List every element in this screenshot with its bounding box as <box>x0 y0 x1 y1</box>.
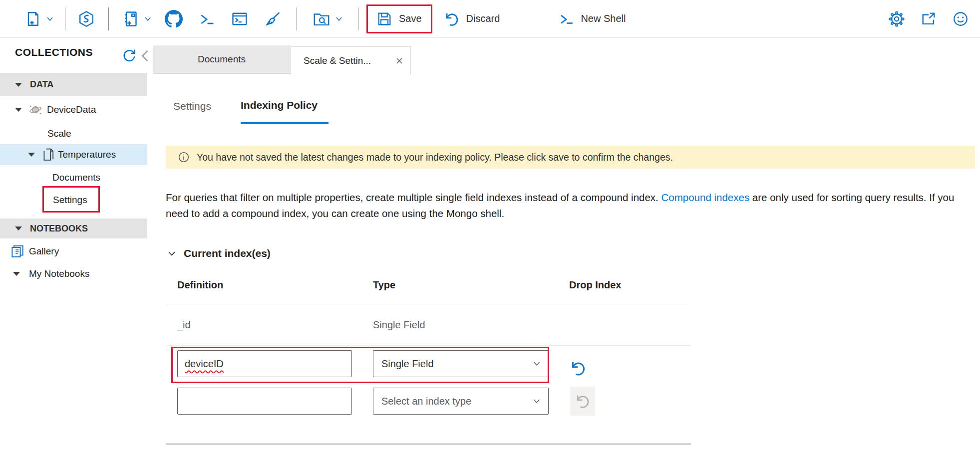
discard-label: Discard <box>466 13 500 24</box>
section-label: DATA <box>30 79 53 90</box>
table-header-row: Definition Type Drop Index <box>166 273 691 304</box>
new-notebook-icon <box>122 10 140 28</box>
compound-indexes-link[interactable]: Compound indexes <box>661 192 750 203</box>
save-annotation-box: Save <box>366 4 432 33</box>
revert-index-button-disabled <box>570 387 595 416</box>
new-notebook-button[interactable] <box>122 10 152 28</box>
new-index-type-dropdown[interactable]: Select an index type <box>373 388 549 415</box>
definition-input[interactable]: deviceID <box>177 350 352 377</box>
terminal-prompt-icon <box>558 10 575 27</box>
sidebar-item-my-notebooks[interactable]: My Notebooks <box>0 264 147 284</box>
sidebar: COLLECTIONS DATA DeviceData Scale <box>0 38 153 451</box>
toolbar-right-group <box>888 0 969 38</box>
synapse-hexagon-icon <box>77 10 95 28</box>
current-indexes-header[interactable]: Current index(es) <box>167 247 271 259</box>
collection-label: Temperatures <box>58 149 116 160</box>
collapse-sidebar-icon[interactable] <box>140 49 151 62</box>
refresh-icon[interactable] <box>122 47 137 62</box>
toolbar-separator <box>65 7 65 30</box>
table-row-editor-1: deviceID Single Field <box>166 346 691 382</box>
save-label: Save <box>399 13 422 24</box>
new-collection-button[interactable] <box>24 10 54 28</box>
col-definition: Definition <box>166 279 368 291</box>
indexes-table: Definition Type Drop Index _id Single Fi… <box>166 273 691 445</box>
chevron-expanded-icon <box>28 153 35 157</box>
open-terminal-button[interactable] <box>198 10 216 28</box>
toolbar-separator <box>358 7 358 30</box>
close-tab-icon[interactable] <box>395 57 403 65</box>
revert-index-button[interactable] <box>569 359 691 377</box>
pivot-tab-indexing-policy[interactable]: Indexing Policy <box>241 99 318 111</box>
table-row-editor-2: Select an index type <box>166 382 691 421</box>
index-definition: _id <box>166 319 368 331</box>
dropdown-placeholder: Select an index type <box>381 396 471 407</box>
github-button[interactable] <box>165 10 183 28</box>
col-drop-index: Drop Index <box>564 279 691 291</box>
undo-arrow-icon <box>443 10 460 27</box>
broom-icon <box>264 10 282 28</box>
sidebar-section-notebooks[interactable]: NOTEBOOKS <box>0 219 147 238</box>
definition-input-value: deviceID <box>185 358 224 370</box>
new-definition-input[interactable] <box>177 388 352 415</box>
my-notebooks-label: My Notebooks <box>29 268 89 279</box>
chevron-expanded-icon <box>15 226 22 230</box>
sidebar-item-devicedata[interactable]: DeviceData <box>0 99 147 120</box>
sidebar-item-documents[interactable]: Documents <box>0 168 147 187</box>
open-full-screen-icon[interactable] <box>920 10 937 27</box>
index-type-dropdown[interactable]: Single Field <box>373 350 549 377</box>
unsaved-changes-banner: You have not saved the latest changes ma… <box>166 146 975 169</box>
chevron-down-icon <box>46 15 54 23</box>
feedback-smiley-icon[interactable] <box>952 10 969 27</box>
description-text: For queries that filter on multiple prop… <box>166 192 661 203</box>
section-label: NOTEBOOKS <box>30 224 88 234</box>
sidebar-item-temperatures[interactable]: Temperatures <box>0 144 147 165</box>
tab-label: Documents <box>198 54 246 65</box>
shell-window-icon <box>231 10 249 28</box>
toolbar: Save Discard New Shell <box>0 0 980 38</box>
tab-documents[interactable]: Documents <box>153 45 290 74</box>
chevron-expanded-icon <box>15 108 22 112</box>
chevron-down-icon <box>532 397 541 406</box>
clear-results-button[interactable] <box>264 10 282 28</box>
new-shell-button[interactable]: New Shell <box>558 10 626 27</box>
folder-search-icon <box>312 9 331 28</box>
chevron-expanded-icon <box>15 83 22 87</box>
toolbar-separator <box>108 7 109 30</box>
sidebar-item-gallery[interactable]: Gallery <box>0 241 147 261</box>
save-floppy-icon <box>376 10 393 27</box>
sidebar-item-scale[interactable]: Scale <box>0 124 147 143</box>
new-shell-label: New Shell <box>581 13 626 24</box>
documents-label: Documents <box>52 172 100 183</box>
scale-label: Scale <box>47 128 71 139</box>
settings-label: Settings <box>53 195 87 206</box>
database-label: DeviceData <box>47 104 96 115</box>
banner-text: You have not saved the latest changes ma… <box>197 152 673 163</box>
chevron-down-icon <box>167 248 177 258</box>
settings-gear-icon[interactable] <box>888 10 905 27</box>
shell-window-button[interactable] <box>231 10 249 28</box>
section-title: Current index(es) <box>184 247 271 259</box>
gallery-icon <box>10 244 25 259</box>
table-bottom-divider <box>166 444 691 445</box>
discard-button[interactable]: Discard <box>443 10 500 27</box>
new-collection-icon <box>24 10 42 28</box>
toolbar-separator <box>297 7 297 30</box>
indexing-description: For queries that filter on multiple prop… <box>166 190 978 222</box>
table-row-id: _id Single Field <box>166 304 691 346</box>
chevron-down-icon <box>335 15 343 23</box>
browse-queries-button[interactable] <box>312 9 343 28</box>
sidebar-section-data[interactable]: DATA <box>0 73 147 96</box>
sidebar-item-settings[interactable]: Settings <box>0 189 147 211</box>
synapse-link-button[interactable] <box>77 10 95 28</box>
index-type: Single Field <box>368 319 564 331</box>
save-button[interactable]: Save <box>376 10 422 27</box>
chevron-expanded-icon <box>13 272 20 276</box>
chevron-down-icon <box>532 359 541 368</box>
tab-scale-settings[interactable]: Scale & Settin... <box>290 46 411 74</box>
chevron-down-icon <box>144 15 152 23</box>
gallery-label: Gallery <box>29 246 59 257</box>
collection-documents-icon <box>42 148 55 162</box>
col-type: Type <box>368 279 564 291</box>
pivot-tab-settings[interactable]: Settings <box>173 100 211 112</box>
active-tab-underline <box>241 122 328 124</box>
